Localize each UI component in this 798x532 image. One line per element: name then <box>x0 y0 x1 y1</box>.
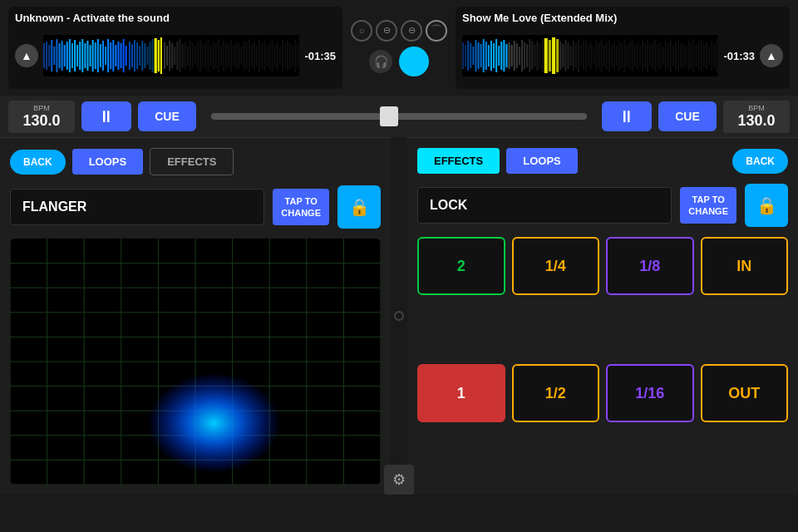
svg-rect-96 <box>292 45 293 66</box>
svg-rect-117 <box>544 38 548 73</box>
left-cue-button[interactable]: CUE <box>138 101 196 131</box>
right-tap-change-button[interactable]: TAP TOCHANGE <box>680 187 736 224</box>
svg-rect-37 <box>131 44 133 67</box>
svg-rect-188 <box>696 45 697 66</box>
loop-button-out[interactable]: OUT <box>701 364 789 422</box>
svg-rect-173 <box>657 44 658 67</box>
svg-rect-63 <box>207 40 209 71</box>
svg-rect-99 <box>462 42 464 69</box>
left-eject-button[interactable]: ▲ <box>15 44 38 67</box>
svg-rect-59 <box>197 42 199 70</box>
left-effect-grid[interactable] <box>10 239 381 485</box>
svg-rect-123 <box>514 41 515 71</box>
transport-icon-4[interactable]: ⌒ <box>426 20 447 42</box>
panel-divider <box>391 137 407 495</box>
svg-rect-72 <box>230 40 232 71</box>
left-tab-effects[interactable]: EFFECTS <box>150 148 234 175</box>
loop-button-1[interactable]: 1 <box>417 364 505 422</box>
svg-rect-168 <box>644 43 646 68</box>
right-tab-effects[interactable]: EFFECTS <box>417 148 500 174</box>
svg-rect-112 <box>495 39 497 72</box>
headphone-button[interactable]: 🎧 <box>369 50 392 73</box>
right-panel: EFFECTS LOOPS BACK LOCK TAP TOCHANGE 🔒 2… <box>407 137 798 495</box>
crossfader-track[interactable] <box>211 113 587 120</box>
svg-rect-122 <box>511 45 513 66</box>
right-cue-button[interactable]: CUE <box>658 101 717 131</box>
svg-rect-138 <box>567 42 569 69</box>
loop-button-1-8[interactable]: 1/8 <box>606 237 694 295</box>
svg-rect-134 <box>542 39 544 72</box>
right-lock-button[interactable]: 🔒 <box>745 184 788 227</box>
settings-button[interactable]: ⚙ <box>384 465 414 495</box>
svg-rect-41 <box>141 41 143 71</box>
loop-button-1-16[interactable]: 1/16 <box>606 364 694 422</box>
svg-rect-183 <box>682 42 684 69</box>
right-bpm-label: BPM <box>730 104 783 112</box>
svg-rect-66 <box>215 43 217 68</box>
svg-rect-94 <box>287 41 288 71</box>
svg-rect-36 <box>129 42 131 70</box>
svg-rect-158 <box>618 41 620 71</box>
svg-rect-195 <box>713 43 715 68</box>
transport-icon-1[interactable]: ○ <box>351 20 372 42</box>
svg-rect-42 <box>144 43 145 68</box>
svg-rect-65 <box>213 42 214 70</box>
svg-rect-145 <box>585 40 587 71</box>
left-bpm-label: BPM <box>15 104 68 112</box>
svg-rect-194 <box>711 41 712 71</box>
left-play-button[interactable]: ⏸ <box>81 101 131 131</box>
loop-button-2[interactable]: 2 <box>417 237 505 295</box>
svg-rect-14 <box>79 42 81 70</box>
svg-rect-105 <box>478 42 480 69</box>
transport-icon-2[interactable]: ⊖ <box>376 20 397 42</box>
svg-rect-130 <box>531 42 533 70</box>
svg-rect-181 <box>677 40 679 71</box>
svg-rect-13 <box>76 45 78 66</box>
svg-rect-156 <box>613 42 615 69</box>
svg-rect-79 <box>249 39 250 72</box>
svg-rect-76 <box>240 47 242 65</box>
left-tap-change-button[interactable]: TAP TOCHANGE <box>273 189 329 225</box>
svg-rect-0 <box>43 43 45 68</box>
svg-rect-77 <box>244 41 245 71</box>
svg-rect-91 <box>279 47 281 65</box>
svg-rect-32 <box>126 46 127 66</box>
loop-button-1-4[interactable]: 1/4 <box>512 237 600 295</box>
svg-rect-147 <box>590 42 592 69</box>
left-lock-button[interactable]: 🔒 <box>337 185 381 229</box>
left-back-button[interactable]: BACK <box>10 150 66 175</box>
right-tab-loops[interactable]: LOOPS <box>506 148 578 174</box>
left-effect-row: FLANGER TAP TOCHANGE 🔒 <box>10 185 381 229</box>
svg-rect-124 <box>516 43 518 68</box>
svg-rect-83 <box>259 40 260 71</box>
svg-rect-71 <box>228 44 229 67</box>
svg-rect-69 <box>223 41 224 71</box>
svg-rect-154 <box>608 40 610 71</box>
svg-rect-74 <box>235 42 237 70</box>
transport-icon-3[interactable]: ⊖ <box>401 20 422 42</box>
left-tab-loops[interactable]: LOOPS <box>72 149 144 175</box>
loop-button-in[interactable]: IN <box>701 237 789 295</box>
right-play-button[interactable]: ⏸ <box>602 101 652 131</box>
svg-rect-174 <box>659 42 661 69</box>
svg-rect-64 <box>209 45 211 66</box>
svg-rect-21 <box>97 39 99 72</box>
svg-rect-68 <box>220 46 222 66</box>
effect-grid-svg <box>10 239 381 485</box>
svg-rect-88 <box>271 39 273 72</box>
svg-rect-95 <box>289 42 291 69</box>
right-eject-button[interactable]: ▲ <box>760 44 783 67</box>
svg-rect-170 <box>649 45 651 66</box>
crossfader-thumb[interactable] <box>380 106 398 126</box>
loop-button-1-2[interactable]: 1/2 <box>512 364 600 422</box>
left-deck: Unknown - Activate the sound ▲ <box>8 7 342 89</box>
right-back-button[interactable]: BACK <box>732 149 788 174</box>
svg-rect-8 <box>64 45 66 66</box>
middle-section: BPM 130.0 ⏸ CUE ⏸ CUE BPM 130.0 <box>0 96 798 137</box>
master-button[interactable] <box>399 47 429 76</box>
svg-rect-73 <box>233 45 234 66</box>
svg-rect-162 <box>628 42 630 70</box>
svg-rect-149 <box>595 41 597 71</box>
svg-rect-1 <box>46 42 47 70</box>
svg-rect-80 <box>251 44 253 67</box>
